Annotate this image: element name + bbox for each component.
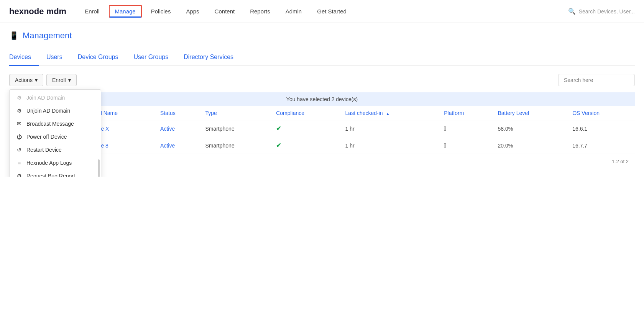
app-logs-icon: ≡ xyxy=(16,160,23,166)
actions-label: Actions xyxy=(15,77,33,83)
table-header-row: r Model Name Status Type Compliance Last… xyxy=(9,106,635,120)
row-compliance-1: ✔ xyxy=(271,137,340,154)
tab-users[interactable]: Users xyxy=(39,50,70,66)
actions-dropdown-container: Actions ▾ ⚙ Join AD Domain ⚙ Unjoin AD D… xyxy=(9,74,43,86)
nav-manage[interactable]: Manage xyxy=(109,5,142,18)
nav-admin[interactable]: Admin xyxy=(279,0,308,23)
enroll-button[interactable]: Enroll ▾ xyxy=(46,74,77,86)
dropdown-item-app-logs[interactable]: ≡ Hexnode App Logs xyxy=(10,156,101,169)
page-title-container: 📱 Management xyxy=(9,31,635,41)
row-os-0: 16.6.1 xyxy=(568,120,635,137)
actions-dropdown-menu: ⚙ Join AD Domain ⚙ Unjoin AD Domain ✉ Br… xyxy=(9,89,101,177)
col-battery[interactable]: Battery Level xyxy=(493,106,568,120)
tab-device-groups[interactable]: Device Groups xyxy=(70,50,126,66)
enroll-label: Enroll xyxy=(52,77,66,83)
restart-icon: ↺ xyxy=(16,147,23,153)
actions-button[interactable]: Actions ▾ xyxy=(9,74,43,86)
col-platform[interactable]: Platform xyxy=(439,106,493,120)
dropdown-item-power-off[interactable]: ⏻ Power off Device xyxy=(10,130,101,143)
header-search: 🔍 Search Devices, User... xyxy=(568,8,635,15)
dropdown-item-restart[interactable]: ↺ Restart Device xyxy=(10,143,101,156)
page-content: 📱 Management Devices Users Device Groups… xyxy=(0,23,644,177)
row-type-0: Smartphone xyxy=(200,120,271,137)
dropdown-scrollbar[interactable] xyxy=(98,159,100,177)
apple-icon:  xyxy=(444,142,446,149)
nav-content[interactable]: Content xyxy=(209,0,241,23)
unjoin-ad-icon: ⚙ xyxy=(16,108,23,114)
tab-user-groups[interactable]: User Groups xyxy=(126,50,176,66)
col-type[interactable]: Type xyxy=(200,106,271,120)
apple-icon:  xyxy=(444,125,446,132)
col-status[interactable]: Status xyxy=(156,106,200,120)
row-status-0: Active xyxy=(156,120,200,137)
row-checkin-0: 1 hr xyxy=(341,120,440,137)
col-compliance[interactable]: Compliance xyxy=(271,106,340,120)
enroll-chevron-icon: ▾ xyxy=(68,77,71,83)
row-checkin-1: 1 hr xyxy=(341,137,440,154)
dropdown-label-app-logs: Hexnode App Logs xyxy=(26,160,72,166)
join-ad-icon: ⚙ xyxy=(16,95,23,101)
col-os-version[interactable]: OS Version xyxy=(568,106,635,120)
table-row: fault User iPhone 8 Active Smartphone ✔ … xyxy=(9,137,635,154)
pagination: 1-2 of 2 xyxy=(9,154,635,169)
row-status-1: Active xyxy=(156,137,200,154)
devices-table: r Model Name Status Type Compliance Last… xyxy=(9,106,635,154)
search-icon: 🔍 xyxy=(568,8,576,15)
row-os-1: 16.7.7 xyxy=(568,137,635,154)
dropdown-item-unjoin-ad[interactable]: ⚙ Unjoin AD Domain xyxy=(10,104,101,117)
selected-banner: You have selected 2 device(s) xyxy=(9,92,635,106)
dropdown-label-power-off: Power off Device xyxy=(26,134,67,140)
row-platform-1:  xyxy=(439,137,493,154)
compliance-check-icon: ✔ xyxy=(276,142,281,149)
devices-table-container: r Model Name Status Type Compliance Last… xyxy=(9,106,635,169)
dropdown-label-broadcast: Broadcast Message xyxy=(26,121,74,127)
tab-directory-services[interactable]: Directory Services xyxy=(176,50,241,66)
nav-reports[interactable]: Reports xyxy=(244,0,276,23)
nav-enroll[interactable]: Enroll xyxy=(79,0,105,23)
actions-chevron-icon: ▾ xyxy=(35,77,38,83)
row-type-1: Smartphone xyxy=(200,137,271,154)
toolbar: Actions ▾ ⚙ Join AD Domain ⚙ Unjoin AD D… xyxy=(9,74,635,86)
sort-arrow-icon: ▲ xyxy=(386,112,390,116)
table-row: fault User iPhone X Active Smartphone ✔ … xyxy=(9,120,635,137)
broadcast-icon: ✉ xyxy=(16,121,23,127)
col-last-checkin[interactable]: Last checked-in ▲ xyxy=(341,106,440,120)
nav-get-started[interactable]: Get Started xyxy=(311,0,353,23)
nav-apps[interactable]: Apps xyxy=(180,0,205,23)
compliance-check-icon: ✔ xyxy=(276,125,281,132)
power-off-icon: ⏻ xyxy=(16,134,23,140)
dropdown-label-join-ad: Join AD Domain xyxy=(26,95,65,101)
row-compliance-0: ✔ xyxy=(271,120,340,137)
header-search-placeholder: Search Devices, User... xyxy=(579,8,635,15)
row-platform-0:  xyxy=(439,120,493,137)
dropdown-item-broadcast[interactable]: ✉ Broadcast Message xyxy=(10,117,101,130)
table-body: fault User iPhone X Active Smartphone ✔ … xyxy=(9,120,635,154)
main-nav: Enroll Manage Policies Apps Content Repo… xyxy=(79,0,568,23)
row-battery-0: 58.0% xyxy=(493,120,568,137)
dropdown-label-bug-report: Request Bug Report xyxy=(26,173,75,177)
dropdown-label-restart: Restart Device xyxy=(26,147,62,153)
dropdown-item-join-ad[interactable]: ⚙ Join AD Domain xyxy=(10,91,101,104)
search-input[interactable] xyxy=(558,74,635,86)
dropdown-label-unjoin-ad: Unjoin AD Domain xyxy=(26,108,70,114)
dropdown-item-bug-report[interactable]: ⚙ Request Bug Report xyxy=(10,169,101,177)
row-battery-1: 20.0% xyxy=(493,137,568,154)
nav-policies[interactable]: Policies xyxy=(145,0,177,23)
logo: hexnode mdm xyxy=(9,7,66,16)
bug-report-icon: ⚙ xyxy=(16,173,23,177)
tab-devices[interactable]: Devices xyxy=(9,50,39,66)
page-title: Management xyxy=(23,31,72,41)
tabs-container: Devices Users Device Groups User Groups … xyxy=(9,50,635,66)
header: hexnode mdm Enroll Manage Policies Apps … xyxy=(0,0,644,23)
management-icon: 📱 xyxy=(9,31,19,40)
